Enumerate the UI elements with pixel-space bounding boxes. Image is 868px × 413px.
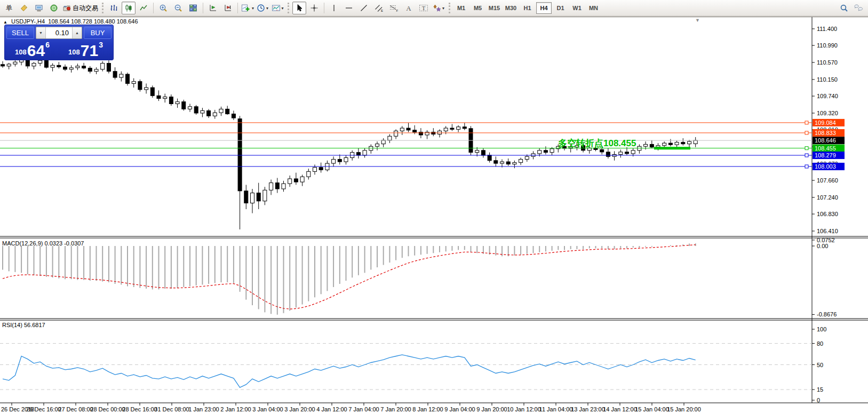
scroll-end-marker-icon[interactable]: ▼ [695, 18, 700, 23]
tf-d1[interactable]: D1 [553, 2, 568, 14]
line-anchor-square[interactable] [805, 165, 808, 168]
volume-increase-button[interactable]: ▲ [72, 27, 82, 38]
time-tick-label: 9 Jan 20:00 [476, 406, 507, 412]
time-tick-label: 10 Jan 12:00 [507, 406, 541, 412]
candle-down [113, 72, 117, 77]
terminal-icon[interactable] [32, 2, 46, 14]
chart-shift-icon [224, 4, 232, 12]
sell-button[interactable]: SELL [6, 27, 34, 39]
indicators-button[interactable]: ▾ [241, 2, 254, 14]
svg-text:T: T [422, 5, 426, 11]
cursor-button[interactable] [292, 2, 306, 14]
volume-value[interactable]: 0.10 [46, 27, 72, 38]
time-tick-label: 28 Dec 16:00 [122, 406, 157, 412]
candle-down [88, 68, 92, 72]
tf-h4[interactable]: H4 [536, 2, 552, 14]
candle-down [294, 179, 298, 182]
toolbar-grip [449, 3, 450, 13]
macd-tick-label: 0.00 [817, 243, 828, 249]
fibonacci-button[interactable]: F [387, 2, 401, 14]
autotrading-button[interactable]: 自动交易 [62, 2, 99, 14]
chevron-down-icon[interactable]: ▾ [252, 6, 254, 11]
periods-button[interactable]: ▾ [256, 2, 269, 14]
arrows-tool-button[interactable]: ▾ [432, 2, 445, 14]
vertical-line-button[interactable] [327, 2, 341, 14]
tf-h1[interactable]: H1 [520, 2, 535, 14]
candle-up [619, 152, 623, 155]
buy-button[interactable]: BUY [84, 27, 112, 39]
candle-down [157, 96, 161, 98]
candlestick-chart-button[interactable] [122, 2, 136, 14]
line-anchor-square[interactable] [805, 131, 808, 134]
rsi-tick-label: 15 [817, 386, 823, 393]
tf-m5[interactable]: M5 [470, 2, 485, 14]
tile-windows-button[interactable] [186, 2, 200, 14]
chevron-down-icon[interactable]: ▾ [442, 6, 444, 11]
sell-price-figure: 108 [15, 48, 27, 56]
time-tick-label: 26 Dec 16:00 [26, 406, 61, 412]
line-anchor-square[interactable] [805, 154, 808, 157]
collapse-triangle-icon[interactable]: ▲ [3, 20, 7, 25]
volume-decrease-button[interactable]: ▼ [36, 27, 46, 38]
chevron-down-icon[interactable]: ▾ [282, 6, 284, 11]
candle-down [450, 128, 454, 129]
line-chart-button[interactable] [137, 2, 150, 14]
chat-button[interactable] [852, 2, 866, 14]
chart-title: ▲ USDJPY-,H4 108.564 108.728 108.480 108… [3, 18, 138, 25]
tf-w1[interactable]: W1 [569, 2, 585, 14]
auto-scroll-button[interactable] [206, 2, 220, 14]
candle-down [650, 144, 654, 147]
template-icon [272, 4, 281, 12]
time-tick-label: 14 Jan 12:00 [603, 406, 637, 412]
candle-up [269, 183, 273, 190]
toolbar-group-drawing: E F A T ▾ [327, 0, 446, 16]
text-tool-button[interactable]: A [402, 2, 416, 14]
buy-price[interactable]: 108 71 3 [60, 41, 112, 58]
zoom-in-button[interactable] [156, 2, 170, 14]
candle-up [538, 150, 541, 154]
candle-down [319, 168, 323, 170]
tf-m1[interactable]: M1 [453, 2, 469, 14]
zoom-out-button[interactable] [171, 2, 185, 14]
time-tick-label: 1 Jan 23:00 [188, 406, 219, 412]
tf-m30[interactable]: M30 [503, 2, 519, 14]
rsi-tick-label: 80 [817, 340, 823, 347]
chevron-down-icon[interactable]: ▾ [266, 6, 268, 11]
indicators-icon [241, 4, 251, 12]
sell-price[interactable]: 108 64 6 [6, 41, 58, 58]
time-axis: 26 Dec 201826 Dec 16:0027 Dec 08:0028 De… [1, 403, 701, 412]
horizontal-line-button[interactable] [342, 2, 356, 14]
templates-button[interactable]: ▾ [270, 2, 284, 14]
candle-up [69, 68, 73, 69]
candle-up [519, 160, 523, 163]
candle-up [675, 142, 679, 145]
candle-up [38, 60, 42, 63]
candle-up [176, 102, 179, 104]
line-anchor-square[interactable] [805, 121, 808, 124]
chart-shift-button[interactable] [221, 2, 235, 14]
trendline-button[interactable] [357, 2, 371, 14]
market-watch-icon[interactable] [17, 2, 31, 14]
chart-canvas[interactable]: 111.400110.990110.570110.150109.740109.3… [0, 17, 868, 413]
bar-chart-button[interactable] [107, 2, 121, 14]
candle-down [668, 143, 672, 145]
search-button[interactable] [837, 2, 851, 14]
crosshair-button[interactable] [307, 2, 321, 14]
tf-m15[interactable]: M15 [487, 2, 502, 14]
autotrading-icon [62, 4, 71, 12]
auto-scroll-icon [209, 4, 217, 12]
new-order-button[interactable]: 单 [2, 2, 16, 14]
label-tool-button[interactable]: T [417, 2, 431, 14]
price-tag-label: 108.279 [815, 152, 836, 158]
candle-up [51, 65, 54, 67]
tf-mn[interactable]: MN [586, 2, 601, 14]
news-icon[interactable] [47, 2, 61, 14]
chart-annotation-text[interactable]: 多空转折点108.455 [558, 137, 636, 149]
candle-up [694, 140, 697, 144]
price-tag-label: 109.084 [815, 120, 836, 126]
candle-up [201, 110, 204, 113]
candle-up [381, 140, 385, 144]
candle-down [606, 152, 610, 156]
line-anchor-square[interactable] [805, 147, 808, 150]
equidistant-channel-button[interactable]: E [372, 2, 386, 14]
